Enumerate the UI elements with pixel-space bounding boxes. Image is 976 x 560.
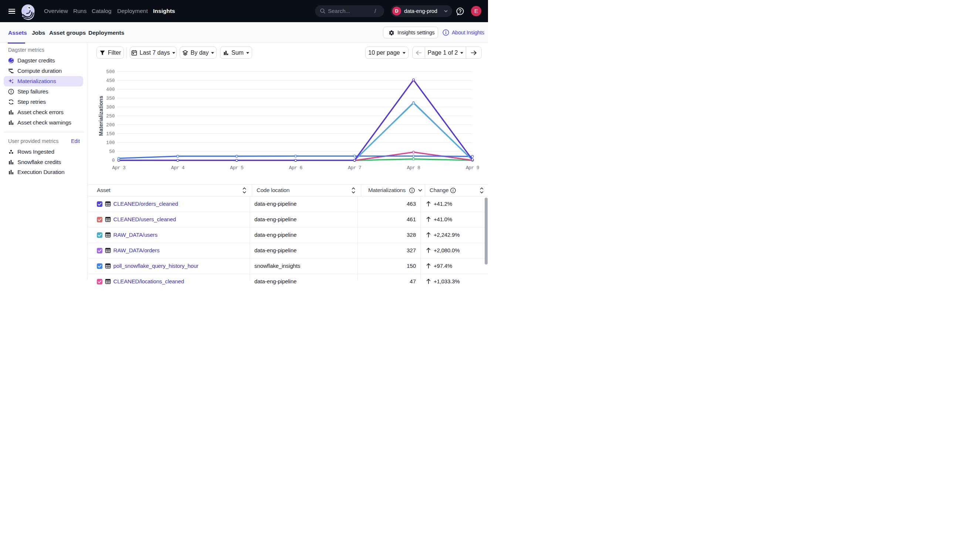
- svg-text:0: 0: [112, 158, 115, 163]
- svg-text:Apr 8: Apr 8: [407, 165, 420, 171]
- svg-text:300: 300: [106, 105, 115, 110]
- svg-text:Apr 9: Apr 9: [466, 165, 479, 171]
- svg-text:Apr 4: Apr 4: [171, 165, 185, 171]
- svg-text:100: 100: [106, 140, 115, 145]
- svg-text:450: 450: [106, 78, 115, 83]
- svg-text:400: 400: [106, 87, 115, 92]
- svg-text:250: 250: [106, 113, 115, 119]
- svg-text:150: 150: [106, 131, 115, 137]
- svg-text:200: 200: [106, 122, 115, 128]
- svg-text:350: 350: [106, 96, 115, 101]
- svg-text:Apr 6: Apr 6: [289, 165, 302, 171]
- svg-text:500: 500: [106, 69, 115, 75]
- svg-text:Apr 7: Apr 7: [348, 165, 361, 171]
- svg-text:Materializations: Materializations: [98, 96, 104, 136]
- svg-text:50: 50: [109, 149, 115, 154]
- svg-text:Apr 5: Apr 5: [230, 165, 243, 171]
- svg-text:Apr 3: Apr 3: [112, 165, 125, 171]
